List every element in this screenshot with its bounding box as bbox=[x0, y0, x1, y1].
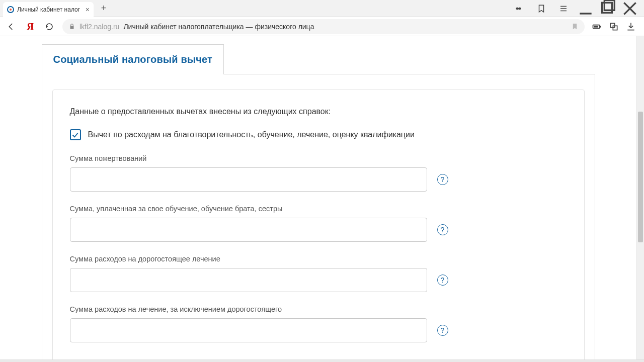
minimize-button[interactable] bbox=[576, 1, 596, 16]
tab-title: Личный кабинет налог bbox=[17, 6, 83, 13]
svg-rect-1 bbox=[560, 8, 567, 9]
favicon-icon bbox=[7, 6, 14, 13]
url-box[interactable]: lkfl2.nalog.ru Личный кабинет налогоплат… bbox=[62, 19, 585, 34]
svg-rect-0 bbox=[560, 6, 567, 7]
back-button[interactable] bbox=[5, 21, 17, 33]
main-panel: Данные о предоставленных вычетах внесены… bbox=[42, 74, 595, 362]
svg-rect-2 bbox=[560, 10, 567, 11]
field-donations: Сумма пожертвований ? bbox=[70, 154, 567, 192]
bookmark-flag-icon[interactable] bbox=[531, 1, 551, 16]
tab-social-deduction[interactable]: Социальный налоговый вычет bbox=[42, 44, 224, 74]
scrollbar-thumb[interactable] bbox=[638, 112, 643, 242]
page-content: Социальный налоговый вычет Данные о пред… bbox=[0, 36, 636, 362]
svg-rect-10 bbox=[594, 26, 598, 27]
help-icon[interactable]: ? bbox=[437, 224, 448, 235]
maximize-button[interactable] bbox=[598, 1, 618, 16]
svg-rect-5 bbox=[604, 0, 614, 10]
field-label: Сумма, уплаченная за свое обучение, обуч… bbox=[70, 205, 567, 213]
checkbox-label: Вычет по расходам на благотворительность… bbox=[88, 130, 415, 139]
field-label: Сумма пожертвований bbox=[70, 154, 567, 162]
reload-button[interactable] bbox=[43, 21, 55, 33]
field-label: Сумма расходов на дорогостоящее лечение bbox=[70, 255, 567, 263]
browser-tab[interactable]: Личный кабинет налог × bbox=[3, 2, 94, 17]
incognito-icon[interactable] bbox=[509, 1, 529, 16]
expensive-treatment-input[interactable] bbox=[70, 268, 427, 292]
bookmark-icon[interactable] bbox=[571, 23, 579, 30]
address-bar: Я lkfl2.nalog.ru Личный кабинет налогопл… bbox=[0, 17, 644, 36]
field-treatment: Сумма расходов на лечение, за исключение… bbox=[70, 305, 567, 342]
status-bar bbox=[0, 359, 644, 362]
toolbar-right bbox=[592, 22, 639, 32]
lock-icon bbox=[68, 23, 75, 30]
deduction-checkbox[interactable] bbox=[70, 129, 81, 140]
yandex-home-button[interactable]: Я bbox=[24, 21, 36, 33]
svg-rect-9 bbox=[600, 26, 601, 27]
help-icon[interactable]: ? bbox=[437, 275, 448, 286]
deduction-card: Данные о предоставленных вычетах внесены… bbox=[52, 89, 585, 362]
svg-rect-3 bbox=[580, 13, 591, 14]
battery-icon[interactable] bbox=[592, 22, 602, 32]
donations-input[interactable] bbox=[70, 167, 427, 192]
url-domain: lkfl2.nalog.ru bbox=[79, 23, 119, 31]
download-icon[interactable] bbox=[626, 22, 636, 32]
education-input[interactable] bbox=[70, 218, 427, 242]
viewport: Социальный налоговый вычет Данные о пред… bbox=[0, 36, 644, 362]
field-expensive-treatment: Сумма расходов на дорогостоящее лечение … bbox=[70, 255, 567, 292]
new-tab-button[interactable]: + bbox=[97, 2, 111, 16]
scrollbar[interactable] bbox=[636, 36, 644, 362]
field-label: Сумма расходов на лечение, за исключение… bbox=[70, 305, 567, 313]
menu-icon[interactable] bbox=[553, 1, 574, 16]
close-window-button[interactable] bbox=[620, 1, 640, 16]
extensions-icon[interactable] bbox=[609, 22, 619, 32]
close-tab-icon[interactable]: × bbox=[86, 6, 90, 14]
treatment-input[interactable] bbox=[70, 318, 427, 342]
check-icon bbox=[71, 131, 79, 139]
intro-text: Данные о предоставленных вычетах внесены… bbox=[70, 107, 567, 116]
help-icon[interactable]: ? bbox=[437, 325, 448, 336]
url-page-title: Личный кабинет налогоплательщика — физич… bbox=[123, 23, 314, 31]
svg-rect-4 bbox=[602, 3, 612, 13]
field-education: Сумма, уплаченная за свое обучение, обуч… bbox=[70, 205, 567, 242]
browser-tab-strip: Личный кабинет налог × + bbox=[0, 0, 644, 17]
help-icon[interactable]: ? bbox=[437, 174, 448, 185]
window-controls bbox=[509, 1, 644, 16]
checkbox-row: Вычет по расходам на благотворительность… bbox=[70, 129, 567, 140]
